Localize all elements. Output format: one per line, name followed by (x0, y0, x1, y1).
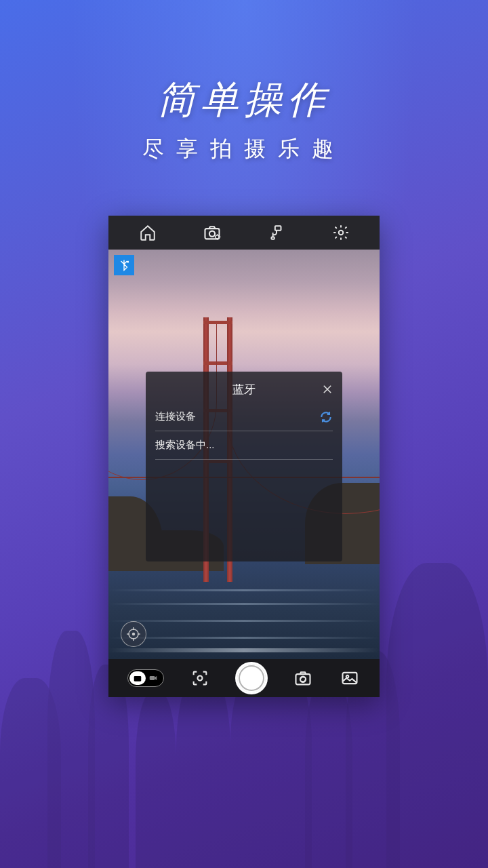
phone-screenshot: 蓝牙 连接设备 搜索设备中... (108, 216, 380, 697)
modal-title: 蓝牙 (232, 382, 256, 397)
connect-device-label: 连接设备 (155, 410, 196, 423)
connect-device-row[interactable]: 连接设备 (155, 403, 333, 431)
svg-rect-3 (274, 226, 281, 231)
bluetooth-modal: 蓝牙 连接设备 搜索设备中... (146, 372, 342, 561)
headline-sub: 尽享拍摄乐趣 (0, 134, 488, 164)
camera-settings-button[interactable] (201, 222, 223, 243)
svg-rect-4 (271, 237, 274, 239)
camera-flip-button[interactable] (292, 667, 314, 689)
marketing-headline: 简单操作 尽享拍摄乐趣 (0, 75, 488, 164)
bluetooth-status-badge[interactable] (114, 255, 134, 275)
svg-point-9 (136, 677, 140, 681)
svg-point-7 (133, 633, 135, 635)
gimbal-icon (268, 224, 285, 241)
modal-close-button[interactable] (319, 381, 336, 397)
close-icon (321, 383, 333, 395)
video-mode-inactive (146, 673, 161, 683)
modal-header: 蓝牙 (146, 376, 342, 403)
camera-settings-icon (203, 223, 222, 242)
gallery-button[interactable] (339, 667, 361, 689)
refresh-button[interactable] (319, 410, 333, 424)
photo-mode-icon (133, 673, 142, 683)
searching-label: 搜索设备中... (155, 439, 215, 452)
home-button[interactable] (137, 222, 159, 243)
bluetooth-off-icon (118, 259, 130, 271)
focus-frame-button[interactable] (189, 667, 211, 689)
top-toolbar (108, 216, 380, 250)
refresh-icon (319, 410, 333, 424)
camera-viewfinder[interactable]: 蓝牙 连接设备 搜索设备中... (108, 250, 380, 659)
settings-gear-icon (332, 224, 350, 241)
svg-point-2 (216, 235, 219, 239)
svg-rect-0 (205, 229, 219, 239)
settings-button[interactable] (330, 222, 352, 243)
camera-flip-icon (293, 669, 312, 688)
svg-point-1 (209, 231, 214, 237)
target-tracking-button[interactable] (121, 621, 146, 647)
focus-frame-icon (190, 669, 209, 688)
svg-point-11 (197, 676, 202, 681)
gallery-icon (340, 669, 359, 688)
svg-rect-12 (296, 674, 310, 684)
searching-row: 搜索设备中... (155, 431, 333, 460)
svg-rect-10 (150, 676, 155, 680)
crosshair-target-icon (125, 626, 142, 642)
photo-video-toggle[interactable] (127, 669, 164, 687)
photo-mode-active (129, 671, 146, 685)
gimbal-button[interactable] (266, 222, 287, 243)
video-mode-icon (148, 673, 158, 683)
shutter-button[interactable] (235, 662, 268, 694)
home-icon (139, 224, 157, 241)
svg-point-5 (338, 231, 343, 235)
bottom-toolbar (108, 659, 380, 697)
headline-main: 简单操作 (0, 75, 488, 126)
